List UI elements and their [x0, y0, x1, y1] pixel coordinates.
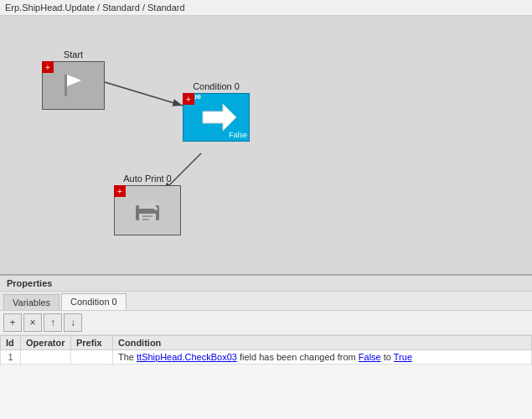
condition-text-middle: field has been changed from	[237, 352, 359, 362]
svg-point-11	[154, 207, 158, 210]
svg-rect-8	[139, 200, 156, 209]
node-condition[interactable]: Condition 0 + True False	[183, 81, 250, 142]
condition-table: Id Operator Prefix Condition 1 The ttShi…	[0, 335, 532, 419]
node-condition-label: Condition 0	[193, 81, 240, 91]
node-autoprint[interactable]: Auto Print 0 +	[114, 173, 181, 235]
toolbar-up-btn[interactable]: ↑	[44, 313, 62, 332]
toolbar-down-btn[interactable]: ↓	[64, 313, 82, 332]
cell-operator	[21, 350, 71, 365]
node-start-label: Start	[64, 49, 83, 59]
node-autoprint-label: Auto Print 0	[123, 173, 171, 184]
svg-line-1	[105, 82, 183, 106]
flag-icon	[58, 70, 90, 101]
node-condition-box[interactable]: + True False	[183, 93, 250, 142]
tab-variables[interactable]: Variables	[3, 294, 59, 310]
condition-link-field[interactable]: ttShipHead.CheckBox03	[137, 352, 237, 362]
cell-id: 1	[1, 350, 21, 365]
title-text: Erp.ShipHead.Update / Standard / Standar…	[5, 3, 185, 13]
node-start-add-btn[interactable]: +	[42, 61, 54, 73]
condition-text-end: to	[381, 352, 394, 362]
condition-text-before: The	[118, 352, 137, 362]
properties-panel: Properties Variables Condition 0 + × ↑ ↓…	[0, 274, 532, 419]
col-condition: Condition	[113, 336, 532, 350]
table-header: Id Operator Prefix Condition	[1, 336, 532, 350]
condition-icon	[196, 101, 236, 134]
toolbar-delete-btn[interactable]: ×	[23, 313, 42, 332]
properties-header: Properties	[0, 276, 532, 292]
condition-false-label: False	[229, 131, 247, 139]
svg-marker-4	[67, 75, 81, 86]
svg-rect-3	[65, 75, 67, 96]
condition-link-true[interactable]: True	[394, 352, 412, 362]
table-row: 1 The ttShipHead.CheckBox03 field has be…	[1, 350, 532, 365]
svg-rect-7	[139, 214, 156, 222]
toolbar-row: + × ↑ ↓	[0, 311, 532, 335]
node-start-box[interactable]: +	[42, 61, 105, 110]
cell-prefix	[71, 350, 113, 365]
node-start[interactable]: Start +	[42, 49, 105, 110]
svg-rect-10	[142, 219, 149, 220]
condition-link-false[interactable]: False	[359, 352, 381, 362]
title-bar: Erp.ShipHead.Update / Standard / Standar…	[0, 0, 532, 16]
col-id: Id	[1, 336, 21, 350]
canvas-area: Start + Condition 0 + True False Auto Pr…	[0, 16, 532, 274]
cell-condition: The ttShipHead.CheckBox03 field has been…	[113, 350, 532, 365]
node-autoprint-box[interactable]: +	[114, 185, 181, 235]
svg-rect-9	[142, 215, 152, 217]
svg-marker-5	[203, 104, 236, 131]
node-condition-add-btn[interactable]: +	[183, 93, 194, 105]
node-autoprint-add-btn[interactable]: +	[114, 185, 126, 197]
printer-icon	[129, 194, 166, 227]
toolbar-add-btn[interactable]: +	[3, 313, 22, 332]
col-prefix: Prefix	[71, 336, 113, 350]
col-operator: Operator	[21, 336, 71, 350]
tab-condition0[interactable]: Condition 0	[61, 293, 127, 310]
table-body: 1 The ttShipHead.CheckBox03 field has be…	[1, 350, 532, 365]
tabs-row: Variables Condition 0	[0, 292, 532, 311]
condition-data-table: Id Operator Prefix Condition 1 The ttShi…	[0, 335, 532, 365]
